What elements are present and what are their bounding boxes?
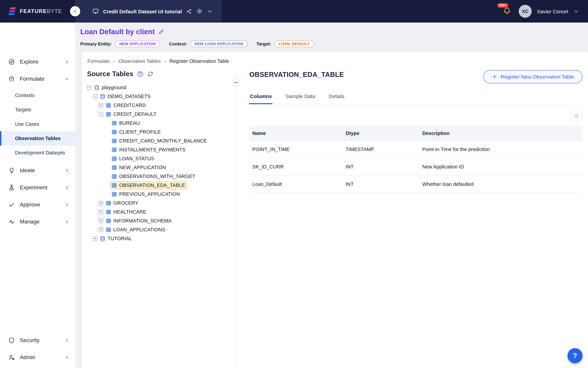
- ideate-icon: [8, 167, 15, 174]
- tab-details[interactable]: Details: [328, 90, 345, 104]
- tree-node-label: PREVIOUS_APPLICATION: [119, 191, 180, 197]
- panels: Source Tables −playground−DEMO_DATASETS+…: [86, 70, 583, 368]
- columns-table-header-row: NameDtypeDescription: [249, 126, 583, 141]
- tree-node-label: CREDIT_CARD_MONTHLY_BALANCE: [119, 138, 207, 144]
- chevron-right-icon: [64, 355, 70, 360]
- sidebar-item-contexts[interactable]: Contexts: [0, 88, 75, 102]
- expander-spacer: [105, 138, 109, 143]
- tree-node-tutorial[interactable]: +TUTORIAL: [87, 234, 236, 243]
- table-row[interactable]: SK_ID_CURRINTNew Application ID: [249, 158, 583, 175]
- tree-node-observation-eda-table[interactable]: OBSERVATION_EDA_TABLE: [87, 181, 236, 190]
- meta-pill-new-application[interactable]: NEW APPLICATION: [115, 40, 160, 47]
- breadcrumb-item-observation-tables[interactable]: Observation Tables: [118, 58, 161, 64]
- column-header-dtype: Dtype: [343, 126, 419, 141]
- help-circle-icon[interactable]: [137, 71, 143, 77]
- tree-node-credit-card-monthly-balance[interactable]: CREDIT_CARD_MONTHLY_BALANCE: [87, 136, 236, 145]
- project-chevron-down-icon[interactable]: [207, 8, 213, 14]
- tree-node-new-application[interactable]: NEW_APPLICATION: [87, 163, 236, 172]
- tree-node-label-wrap: NEW_APPLICATION: [111, 164, 168, 171]
- register-observation-table-button[interactable]: Register New Observation Table: [483, 70, 583, 83]
- search-button[interactable]: [570, 110, 583, 122]
- expander-spacer: [105, 121, 109, 125]
- breadcrumb-separator: >: [164, 59, 166, 64]
- meta-label: Target:: [257, 41, 271, 46]
- share-icon[interactable]: [186, 8, 192, 14]
- tree-node-loan-status[interactable]: LOAN_STATUS: [87, 154, 236, 163]
- table-row[interactable]: Loan_DefaultINTWhether loan defaulted: [249, 175, 583, 193]
- expander-minus-icon[interactable]: −: [93, 94, 97, 99]
- tree-node-observations-with-target[interactable]: OBSERVATIONS_WITH_TARGET: [87, 172, 236, 181]
- tree-node-label-wrap: LOAN_STATUS: [111, 155, 156, 162]
- tree-node-label-wrap: CREDITCARD: [105, 102, 148, 109]
- expander-plus-icon[interactable]: +: [99, 210, 103, 214]
- sidebar-item-use-cases[interactable]: Use Cases: [0, 117, 75, 131]
- tab-columns[interactable]: Columns: [249, 90, 273, 104]
- expander-minus-icon[interactable]: −: [87, 85, 91, 90]
- collapse-sidebar-button[interactable]: [70, 6, 80, 16]
- tree-node-label: CREDIT_DEFAULT: [113, 111, 156, 117]
- sidebar-item-manage[interactable]: Manage: [0, 213, 75, 230]
- tree-node-previous-application[interactable]: PREVIOUS_APPLICATION: [87, 190, 236, 199]
- tab-sample-data[interactable]: Sample Data: [285, 90, 316, 104]
- tree-node-client-profile[interactable]: CLIENT_PROFILE: [87, 128, 236, 136]
- sidebar-item-ideate[interactable]: Ideate: [0, 162, 75, 179]
- breadcrumb-item-formulate[interactable]: Formulate: [87, 58, 110, 64]
- sidebar-item-label: Formulate: [20, 76, 45, 82]
- expander-plus-icon[interactable]: +: [99, 103, 103, 108]
- panel-resize-handle[interactable]: [232, 78, 240, 86]
- sidebar-item-development-datasets[interactable]: Development Datasets: [0, 146, 75, 160]
- tree-node-label-wrap: BUREAU: [111, 120, 142, 127]
- tree-node-grocery[interactable]: +GROCERY: [87, 199, 236, 207]
- sidebar-item-explore[interactable]: Explore: [0, 53, 75, 70]
- chevron-right-icon: [64, 168, 70, 173]
- approve-icon: [8, 201, 15, 208]
- tree-node-label-wrap: DEMO_DATASETS: [99, 93, 152, 100]
- expander-plus-icon[interactable]: +: [99, 219, 103, 223]
- sidebar-item-approve[interactable]: Approve: [0, 196, 75, 213]
- sidebar-item-formulate[interactable]: Formulate: [0, 70, 75, 87]
- tree-node-healthcare[interactable]: +HEALTHCARE: [87, 207, 236, 216]
- tree-node-playground[interactable]: −playground: [87, 83, 236, 92]
- edit-title-icon[interactable]: [158, 29, 164, 35]
- expander-plus-icon[interactable]: +: [99, 201, 103, 205]
- help-fab-button[interactable]: ?: [568, 348, 583, 363]
- sidebar-item-experiment[interactable]: Experiment: [0, 179, 75, 196]
- database-icon: [100, 93, 106, 99]
- tree-node-creditcard[interactable]: +CREDITCARD: [87, 101, 236, 110]
- monitor-icon: [92, 8, 99, 15]
- tree-node-credit-default[interactable]: −CREDIT_DEFAULT: [87, 110, 236, 119]
- tree-node-label: LOAN_APPLICATIONS: [113, 227, 165, 232]
- tree-node-label-wrap: CREDIT_DEFAULT: [105, 110, 158, 118]
- tree-node-demo-datasets[interactable]: −DEMO_DATASETS: [87, 92, 236, 101]
- meta-label: Primary Entity:: [80, 41, 112, 46]
- tree-node-label-wrap: CREDIT_CARD_MONTHLY_BALANCE: [111, 137, 209, 144]
- sidebar-item-label: Ideate: [20, 167, 35, 174]
- gear-icon[interactable]: [196, 8, 203, 15]
- content-card: Formulate>Observation Tables>Register Ob…: [82, 52, 588, 368]
- avatar[interactable]: XC: [519, 5, 532, 18]
- sidebar-item-admin[interactable]: Admin: [0, 349, 75, 366]
- tree-node-label: DEMO_DATASETS: [107, 94, 151, 99]
- expander-minus-icon[interactable]: −: [99, 112, 103, 116]
- tree-node-loan-applications[interactable]: +LOAN_APPLICATIONS: [87, 225, 236, 234]
- refresh-icon[interactable]: [147, 71, 154, 77]
- user-menu-chevron-down-icon[interactable]: [573, 8, 579, 14]
- meta-pill-new-loan-application[interactable]: NEW LOAN APPLICATION: [190, 40, 248, 47]
- sidebar-sublist: ContextsTargetsUse CasesObservation Tabl…: [0, 87, 75, 162]
- table-row[interactable]: POINT_IN_TIMETIMESTAMPPoint-in-Time for …: [249, 141, 583, 158]
- notifications-button[interactable]: 999+: [503, 7, 512, 16]
- tree-node-label: HEALTHCARE: [113, 209, 146, 215]
- meta-pill-loan-default[interactable]: LOAN_DEFAULT: [274, 40, 314, 47]
- sidebar-item-observation-tables[interactable]: Observation Tables: [0, 131, 75, 146]
- sidebar-item-security[interactable]: Security: [0, 332, 75, 349]
- tree-node-installments-payments[interactable]: INSTALLMENTS_PAYMENTS: [87, 145, 236, 154]
- tree-node-information-schema[interactable]: +INFORMATION_SCHEMA: [87, 216, 236, 225]
- tree-node-bureau[interactable]: BUREAU: [87, 119, 236, 128]
- expander-plus-icon[interactable]: +: [99, 227, 103, 232]
- table-icon: [106, 218, 111, 224]
- breadcrumb-separator: >: [113, 59, 116, 64]
- chevron-right-icon: [64, 185, 70, 190]
- sidebar-item-targets[interactable]: Targets: [0, 102, 75, 117]
- source-tree: −playground−DEMO_DATASETS+CREDITCARD−CRE…: [87, 83, 236, 243]
- expander-plus-icon[interactable]: +: [93, 236, 97, 241]
